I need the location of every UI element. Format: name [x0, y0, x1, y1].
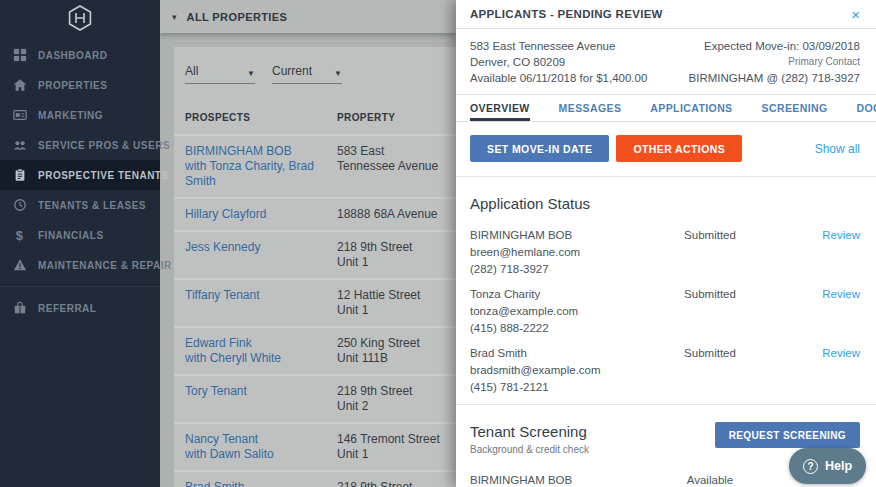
screening-status-value: Available [640, 473, 780, 487]
property-unit: Unit 1 [337, 255, 445, 270]
expected-move-in: Expected Move-in: 03/09/2018 [689, 38, 860, 54]
table-row[interactable]: Tiffany Tenant 12 Hattie StreetUnit 1 [174, 280, 456, 328]
prospect-co-applicants: with Cheryll White [185, 351, 337, 366]
applicant-email: tonza@example.com [470, 303, 640, 320]
sidebar-item-label: FINANCIALS [38, 230, 104, 241]
sidebar-item-label: REFERRAL [38, 303, 96, 314]
applicant-name: Tonza Charity [470, 286, 640, 303]
sidebar-item-label: SERVICE PROS & USERS [38, 140, 170, 151]
table-row[interactable]: BIRMINGHAM BOBwith Tonza Charity, Brad S… [174, 136, 456, 199]
sidebar: DASHBOARD PROPERTIES MARKETING SERVICE P… [0, 0, 160, 487]
property-unit: Unit 2 [337, 399, 445, 414]
tab-messages[interactable]: MESSAGES [559, 95, 622, 121]
prospects-content: All ▼ Current ▼ PROSPECTS PROPERTY BIRMI… [160, 33, 456, 487]
tab-applications[interactable]: APPLICATIONS [650, 95, 732, 121]
prospect-name-link[interactable]: BIRMINGHAM BOB [185, 144, 337, 159]
set-move-in-date-button[interactable]: SET MOVE-IN DATE [470, 135, 609, 162]
sidebar-item-marketing[interactable]: MARKETING [0, 100, 160, 130]
property-selector[interactable]: ▾ ALL PROPERTIES [160, 0, 456, 33]
review-link[interactable]: Review [822, 347, 860, 359]
other-actions-button[interactable]: OTHER ACTIONS [616, 135, 742, 162]
applicant-email: breen@hemlane.com [470, 244, 640, 261]
caret-down-icon: ▾ [172, 12, 177, 22]
table-row[interactable]: Jess Kennedy 218 9th StreetUnit 1 [174, 232, 456, 280]
select-caret-icon: ▼ [334, 69, 342, 78]
close-icon[interactable]: × [851, 7, 860, 22]
clipboard-icon [12, 168, 27, 183]
filters-row: All ▼ Current ▼ [174, 47, 456, 100]
property-unit: Unit 1 [337, 303, 445, 318]
property-address: 12 Hattie Street [337, 288, 445, 303]
table-row[interactable]: Edward Finkwith Cheryll White 250 King S… [174, 328, 456, 376]
prospect-name-link[interactable]: Jess Kennedy [185, 240, 337, 255]
sidebar-item-financials[interactable]: $ FINANCIALS [0, 220, 160, 250]
prospects-card: All ▼ Current ▼ PROSPECTS PROPERTY BIRMI… [174, 47, 456, 487]
help-button-label: Help [825, 459, 852, 473]
prospect-name-link[interactable]: Tiffany Tenant [185, 288, 337, 303]
help-button[interactable]: ? Help [789, 448, 866, 484]
show-all-link[interactable]: Show all [815, 142, 860, 156]
column-header-prospects: PROSPECTS [185, 112, 337, 123]
prospect-name-link[interactable]: Hillary Clayford [185, 207, 337, 222]
dollar-icon: $ [12, 228, 27, 243]
application-status-value: Submitted [640, 286, 780, 337]
hemlane-logo[interactable] [0, 0, 160, 36]
column-header-property: PROPERTY [337, 112, 445, 123]
tab-screening[interactable]: SCREENING [762, 95, 828, 121]
question-mark-icon: ? [803, 459, 818, 474]
sidebar-item-maintenance-repair[interactable]: MAINTENANCE & REPAIR [0, 250, 160, 280]
applicant-row: Tonza Charity tonza@example.com (415) 88… [470, 286, 860, 337]
sidebar-item-tenants-leases[interactable]: TENANTS & LEASES [0, 190, 160, 220]
availability-line: Available 06/11/2018 for $1,400.00 [470, 70, 647, 86]
address-line1: 583 East Tennessee Avenue [470, 38, 647, 54]
sidebar-item-properties[interactable]: PROPERTIES [0, 70, 160, 100]
application-status-section: Application Status BIRMINGHAM BOB breen@… [456, 177, 876, 396]
sidebar-item-service-pros-users[interactable]: SERVICE PROS & USERS [0, 130, 160, 160]
review-link[interactable]: Review [822, 229, 860, 241]
tenant-screening-heading: Tenant Screening [470, 423, 589, 440]
application-status-value: Submitted [640, 345, 780, 396]
prospect-name-link[interactable]: Tory Tenant [185, 384, 337, 399]
table-row[interactable]: Hillary Clayford 18888 68A Avenue [174, 199, 456, 232]
sidebar-item-referral[interactable]: REFERRAL [0, 293, 160, 323]
property-address: 583 East Tennessee Avenue [337, 144, 445, 174]
table-header: PROSPECTS PROPERTY [174, 100, 456, 136]
sidebar-divider [0, 286, 160, 287]
application-status-value: Submitted [640, 227, 780, 278]
applicant-phone: (282) 718-3927 [470, 261, 640, 278]
sidebar-item-prospective-tenants[interactable]: PROSPECTIVE TENANTS [0, 160, 160, 190]
clock-icon [12, 198, 27, 213]
prospect-co-applicants: with Dawn Salito [185, 447, 337, 462]
prospect-name-link[interactable]: Nancy Tenant [185, 432, 337, 447]
sidebar-item-label: MAINTENANCE & REPAIR [38, 260, 172, 271]
prospect-name-link[interactable]: Brad Smith [185, 480, 337, 487]
panel-tabs: OVERVIEW MESSAGES APPLICATIONS SCREENING… [456, 95, 876, 122]
period-filter-select[interactable]: Current ▼ [272, 64, 342, 84]
table-row[interactable]: Tory Tenant 218 9th StreetUnit 2 [174, 376, 456, 424]
request-screening-button[interactable]: REQUEST SCREENING [715, 422, 860, 448]
sidebar-item-label: PROSPECTIVE TENANTS [38, 170, 169, 181]
primary-contact-value: BIRMINGHAM @ (282) 718-3927 [689, 70, 860, 86]
applicant-row: Brad Smith bradsmith@example.com (415) 7… [470, 345, 860, 396]
prospect-name-link[interactable]: Edward Fink [185, 336, 337, 351]
applicant-name: Brad Smith [470, 345, 640, 362]
applicant-name: BIRMINGHAM BOB [470, 227, 640, 244]
review-link[interactable]: Review [822, 288, 860, 300]
table-row[interactable]: Nancy Tenantwith Dawn Salito 146 Tremont… [174, 424, 456, 472]
gift-icon [12, 301, 27, 316]
table-row[interactable]: Brad Smith 218 9th StreetUnit 1 [174, 472, 456, 487]
screening-subtext: Background & credit check [470, 444, 589, 455]
tab-overview[interactable]: OVERVIEW [470, 95, 530, 121]
address-line2: Denver, CO 80209 [470, 54, 647, 70]
users-icon [12, 138, 27, 153]
applicant-phone: (415) 888-2222 [470, 320, 640, 337]
tab-docs[interactable]: DOCS [857, 95, 876, 121]
property-selector-label: ALL PROPERTIES [187, 11, 288, 23]
status-filter-select[interactable]: All ▼ [185, 64, 255, 84]
property-address-block: 583 East Tennessee Avenue Denver, CO 802… [470, 38, 647, 86]
property-summary: 583 East Tennessee Avenue Denver, CO 802… [456, 29, 876, 95]
sidebar-item-dashboard[interactable]: DASHBOARD [0, 40, 160, 70]
home-icon [12, 78, 27, 93]
prospects-list-pane: ▾ ALL PROPERTIES All ▼ Current ▼ PROSPEC… [160, 0, 456, 487]
property-address: 18888 68A Avenue [337, 207, 445, 222]
